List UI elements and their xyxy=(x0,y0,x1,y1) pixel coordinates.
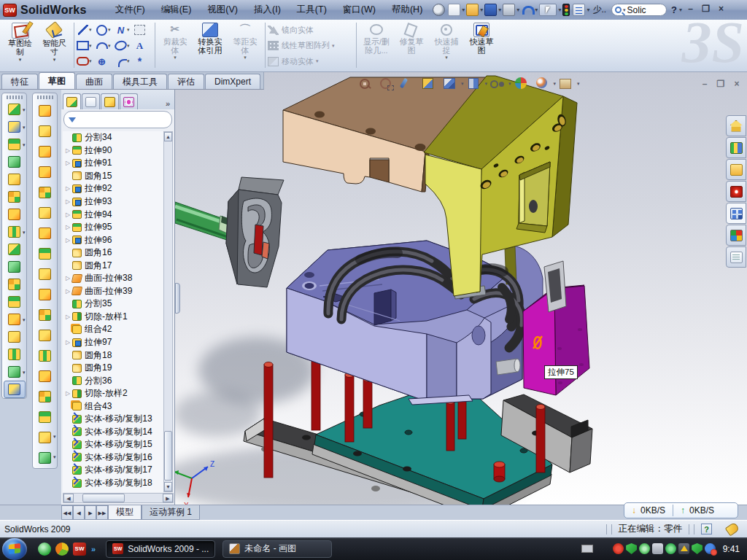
tree-item[interactable]: 分割36 xyxy=(63,374,165,387)
scroll-right-button[interactable]: ▶ xyxy=(163,494,173,502)
file-explorer-tab[interactable] xyxy=(726,159,746,180)
menu-item[interactable]: 视图(V) xyxy=(199,0,246,20)
tree-item[interactable]: ▷ 拉伸92 xyxy=(63,182,165,195)
tray-icon[interactable] xyxy=(665,543,676,554)
hide-show-icon[interactable] xyxy=(490,77,506,90)
vertical-toolbar-button[interactable] xyxy=(34,325,56,346)
vertical-toolbar-button[interactable] xyxy=(4,381,26,398)
vertical-toolbar-button[interactable] xyxy=(34,407,56,427)
toolbar-stack-button[interactable]: 移动实体 ▾ xyxy=(268,55,354,68)
dropdown-arrow[interactable]: ▾ xyxy=(587,7,589,13)
tree-item[interactable]: 实体-移动/复制18 xyxy=(63,477,165,490)
tree-item[interactable]: 实体-移动/复制14 xyxy=(63,426,165,439)
vertical-toolbar-button[interactable] xyxy=(4,188,26,206)
propertymanager-tab[interactable] xyxy=(82,93,100,109)
vertical-toolbar-button[interactable] xyxy=(34,182,56,203)
tree-item[interactable]: 圆角15 xyxy=(63,170,165,183)
vertical-toolbar-button[interactable] xyxy=(4,241,26,258)
display-style-icon[interactable] xyxy=(467,77,482,90)
command-tab[interactable]: 模具工具 xyxy=(113,74,167,89)
vertical-toolbar-button[interactable] xyxy=(34,141,56,162)
dropdown-arrow[interactable]: ▾ xyxy=(462,7,465,13)
tag-icon[interactable] xyxy=(725,522,740,537)
tree-vertical-scrollbar[interactable]: ▲ ▼ xyxy=(163,131,173,492)
tree-item[interactable]: 圆角19 xyxy=(63,362,165,375)
command-tab[interactable]: 评估 xyxy=(168,74,204,89)
vertical-toolbar-button[interactable]: ▾ xyxy=(4,363,26,381)
scroll-thumb[interactable] xyxy=(164,431,172,481)
restore-button[interactable]: ❐ xyxy=(700,4,712,15)
panel-splitter-handle[interactable] xyxy=(175,283,180,314)
sketch-tool-icon[interactable] xyxy=(115,55,127,67)
toolbar-drag-handle[interactable] xyxy=(37,96,53,99)
toolbar-stack-button[interactable]: 镜向实体 xyxy=(268,23,354,36)
command-tab[interactable]: 特征 xyxy=(1,74,38,89)
tree-item[interactable]: ▷ 拉伸95 xyxy=(63,221,165,234)
tree-expander[interactable]: ▷ xyxy=(66,390,72,397)
tree-item[interactable]: ▷ 拉伸90 xyxy=(63,144,165,158)
sketch-tool-icon[interactable]: A xyxy=(133,40,146,52)
tree-item[interactable]: ▷ 曲面-拉伸38 xyxy=(63,272,165,285)
appearance-icon[interactable] xyxy=(535,77,551,90)
tree-item[interactable]: 分割34 xyxy=(63,131,165,144)
menu-item[interactable]: 编辑(E) xyxy=(153,0,200,20)
tray-icon[interactable] xyxy=(652,543,663,554)
scroll-thumb[interactable] xyxy=(82,494,125,502)
tree-item[interactable]: 圆角16 xyxy=(63,246,165,260)
vertical-toolbar-button[interactable]: ▾ xyxy=(4,136,26,153)
help-dropdown-arrow[interactable]: ▾ xyxy=(679,7,682,13)
vertical-toolbar-button[interactable] xyxy=(4,258,26,276)
tree-item[interactable]: 分割35 xyxy=(63,298,165,311)
tree-item[interactable]: ▷ 拉伸94 xyxy=(63,208,165,221)
vertical-toolbar-button[interactable] xyxy=(4,346,26,363)
menu-item[interactable]: 插入(I) xyxy=(246,0,289,20)
vertical-toolbar-button[interactable]: ▾ xyxy=(34,427,56,448)
vertical-toolbar-button[interactable]: ▾ xyxy=(4,223,26,241)
appearances-tab[interactable] xyxy=(726,203,746,224)
configurationmanager-tab[interactable] xyxy=(101,93,119,109)
quick-launch-icon[interactable] xyxy=(38,542,51,556)
quick-launch-icon[interactable] xyxy=(55,542,69,556)
start-button[interactable] xyxy=(2,538,27,560)
vertical-toolbar-button[interactable] xyxy=(34,305,56,325)
vertical-toolbar-button[interactable] xyxy=(34,386,56,407)
options-list-icon[interactable] xyxy=(573,4,585,16)
search-input[interactable]: Solic xyxy=(627,5,646,15)
doc-window-button[interactable]: × xyxy=(730,79,743,90)
realview-icon[interactable] xyxy=(514,77,530,90)
close-button[interactable]: × xyxy=(715,4,727,15)
sketch-tool-icon[interactable]: ⊕ xyxy=(96,55,108,67)
vertical-toolbar-button[interactable] xyxy=(4,171,26,188)
scroll-down-button[interactable]: ▼ xyxy=(164,482,172,491)
menu-item[interactable]: 窗口(W) xyxy=(335,0,384,20)
vertical-toolbar-button[interactable]: ▾ xyxy=(4,311,26,328)
search-dropdown-arrow[interactable]: ▾ xyxy=(623,7,626,13)
sketch-tool-icon[interactable] xyxy=(77,40,89,52)
tray-icon[interactable] xyxy=(692,543,703,554)
document-tab[interactable]: 模型 xyxy=(108,505,142,520)
sketch-tool-icon[interactable] xyxy=(77,24,89,36)
tree-horizontal-scrollbar[interactable]: ◀ ▶ xyxy=(63,493,174,503)
tree-item[interactable]: 实体-移动/复制13 xyxy=(63,413,165,426)
tree-filter-input[interactable] xyxy=(63,111,172,128)
tree-item[interactable]: ▷ 拉伸93 xyxy=(63,195,165,209)
toolbar-stack-button[interactable]: 线性草图阵列 ▾ xyxy=(268,39,354,52)
tree-item[interactable]: 实体-移动/复制16 xyxy=(63,451,165,464)
sketch-tool-icon[interactable] xyxy=(96,40,108,52)
featuremanager-tab[interactable] xyxy=(63,93,81,109)
panel-more-button[interactable]: » xyxy=(166,99,173,109)
menu-item[interactable]: 文件(F) xyxy=(107,0,153,20)
document-tab[interactable]: 运动算例 1 xyxy=(142,505,200,520)
sketch-tool-icon[interactable] xyxy=(115,40,127,52)
dropdown-arrow[interactable]: ▾ xyxy=(498,7,501,13)
quick-launch-expand[interactable]: » xyxy=(91,545,96,553)
tree-expander[interactable]: ▷ xyxy=(66,224,72,230)
vertical-toolbar-button[interactable] xyxy=(34,203,56,223)
tree-item[interactable]: ▷ 曲面-拉伸39 xyxy=(63,285,165,298)
traffic-light-icon[interactable] xyxy=(562,4,570,16)
tree-item[interactable]: 实体-移动/复制15 xyxy=(63,438,165,451)
keyboard-tray-icon[interactable] xyxy=(581,545,593,553)
vertical-toolbar-button[interactable] xyxy=(4,206,26,223)
print-icon[interactable] xyxy=(503,4,515,16)
tree-expander[interactable]: ▷ xyxy=(66,314,72,320)
